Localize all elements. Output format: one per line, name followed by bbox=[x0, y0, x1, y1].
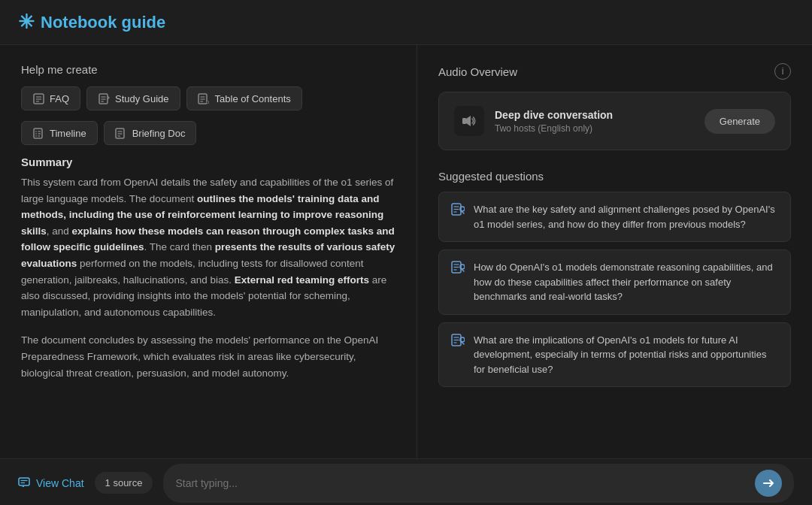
generate-button[interactable]: Generate bbox=[704, 109, 775, 134]
audio-card: Deep dive conversation Two hosts (Englis… bbox=[438, 92, 791, 150]
chat-input[interactable] bbox=[175, 477, 747, 489]
summary-title: Summary bbox=[21, 156, 395, 168]
timeline-icon bbox=[32, 127, 44, 139]
briefing-doc-label: Briefing Doc bbox=[132, 128, 186, 139]
audio-card-left: Deep dive conversation Two hosts (Englis… bbox=[454, 106, 613, 136]
question-icon-2 bbox=[451, 261, 465, 277]
study-guide-label: Study Guide bbox=[115, 93, 169, 104]
question-card-2[interactable]: How do OpenAI's o1 models demonstrate re… bbox=[438, 249, 791, 315]
view-chat-label: View Chat bbox=[36, 477, 84, 489]
app-logo: ✳ Notebook guide bbox=[18, 11, 165, 34]
view-chat-button[interactable]: View Chat bbox=[18, 477, 84, 489]
audio-overview-title: Audio Overview bbox=[438, 65, 517, 78]
summary-section: Summary This system card from OpenAI det… bbox=[21, 156, 395, 381]
audio-card-info: Deep dive conversation Two hosts (Englis… bbox=[495, 109, 613, 134]
header: ✳ Notebook guide bbox=[0, 0, 812, 45]
audio-overview-header: Audio Overview i bbox=[438, 63, 791, 80]
action-buttons: FAQ Study Guide bbox=[21, 86, 395, 110]
faq-label: FAQ bbox=[50, 93, 69, 104]
question-text-2: How do OpenAI's o1 models demonstrate re… bbox=[474, 260, 778, 304]
audio-card-title: Deep dive conversation bbox=[495, 109, 613, 121]
source-badge: 1 source bbox=[95, 472, 153, 494]
bottom-bar: View Chat 1 source bbox=[0, 458, 812, 505]
action-buttons-row2: Timeline Briefing Doc bbox=[21, 121, 395, 145]
suggested-questions-title: Suggested questions bbox=[438, 170, 791, 183]
logo-icon: ✳ bbox=[18, 11, 35, 34]
faq-icon bbox=[32, 92, 44, 104]
svg-rect-26 bbox=[462, 118, 466, 124]
help-title: Help me create bbox=[21, 63, 395, 76]
timeline-button[interactable]: Timeline bbox=[21, 121, 98, 145]
left-panel: Help me create FAQ bbox=[0, 45, 417, 458]
info-icon[interactable]: i bbox=[774, 63, 791, 80]
question-icon-3 bbox=[451, 334, 465, 350]
summary-body-2: The document concludes by assessing the … bbox=[21, 332, 395, 381]
question-icon-1 bbox=[451, 203, 465, 219]
question-text-3: What are the implications of OpenAI's o1… bbox=[474, 333, 778, 377]
study-guide-icon bbox=[98, 92, 110, 104]
question-card-3[interactable]: What are the implications of OpenAI's o1… bbox=[438, 322, 791, 388]
toc-icon bbox=[198, 92, 210, 104]
speaker-icon bbox=[454, 106, 484, 136]
toc-label: Table of Contents bbox=[215, 93, 291, 104]
audio-card-subtitle: Two hosts (English only) bbox=[495, 123, 613, 134]
faq-button[interactable]: FAQ bbox=[21, 86, 80, 110]
briefing-doc-icon bbox=[115, 127, 127, 139]
right-panel: Audio Overview i Deep dive conversation … bbox=[417, 45, 812, 458]
main-layout: Help me create FAQ bbox=[0, 45, 812, 458]
study-guide-button[interactable]: Study Guide bbox=[86, 86, 180, 110]
summary-body: This system card from OpenAI details the… bbox=[21, 174, 395, 320]
question-card-1[interactable]: What are the key safety and alignment ch… bbox=[438, 192, 791, 242]
question-text-1: What are the key safety and alignment ch… bbox=[474, 202, 778, 231]
svg-rect-42 bbox=[19, 478, 29, 485]
send-button[interactable] bbox=[755, 470, 782, 497]
chat-input-wrap bbox=[163, 464, 794, 503]
send-icon bbox=[762, 477, 774, 489]
timeline-label: Timeline bbox=[50, 128, 86, 139]
table-of-contents-button[interactable]: Table of Contents bbox=[186, 86, 302, 110]
view-chat-icon bbox=[18, 477, 30, 489]
app-title: Notebook guide bbox=[41, 13, 165, 32]
briefing-doc-button[interactable]: Briefing Doc bbox=[104, 121, 197, 145]
